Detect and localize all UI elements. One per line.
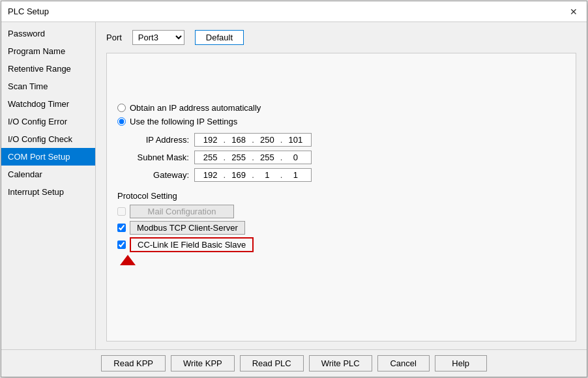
gateway-seg-2[interactable] — [227, 170, 250, 180]
ip-seg-3[interactable] — [256, 135, 279, 145]
protocol-items: Mail ConfigurationModbus TCP Client-Serv… — [117, 205, 565, 252]
port-select[interactable]: Port1Port2Port3Port4 — [132, 30, 184, 45]
content-panel: Obtain an IP address automatically Use t… — [106, 53, 576, 342]
sidebar-item-scan-time[interactable]: Scan Time — [1, 78, 95, 95]
main-content: Port Port1Port2Port3Port4 Default Obtain… — [96, 22, 587, 349]
ip-seg-4[interactable] — [284, 135, 307, 145]
protocol-row-cclink: CC-Link IE Field Basic Slave — [117, 237, 565, 252]
sidebar-item-io-config-error[interactable]: I/O Config Error — [1, 113, 95, 130]
gateway-row: Gateway: . . . — [130, 168, 565, 182]
help-button[interactable]: Help — [435, 355, 487, 371]
gateway-seg-4[interactable] — [284, 170, 307, 180]
dialog-body: PasswordProgram NameRetentive RangeScan … — [1, 22, 587, 349]
sidebar-item-watchdog-timer[interactable]: Watchdog Timer — [1, 95, 95, 113]
radio-manual-ip: Use the following IP Settings — [117, 117, 565, 126]
sidebar-item-com-port-setup[interactable]: COM Port Setup — [1, 148, 95, 166]
close-button[interactable]: ✕ — [567, 5, 580, 18]
sidebar-item-calendar[interactable]: Calendar — [1, 166, 95, 183]
protocol-section: Protocol Setting Mail ConfigurationModbu… — [117, 191, 565, 265]
footer: Read KPPWrite KPPRead PLCWrite PLCCancel… — [1, 349, 587, 377]
radio-auto-ip-input[interactable] — [117, 104, 126, 112]
read-plc-button[interactable]: Read PLC — [240, 355, 304, 371]
sidebar-item-io-config-check[interactable]: I/O Config Check — [1, 130, 95, 148]
ip-fields: IP Address: . . . — [130, 133, 565, 182]
dialog-title: PLC Setup — [8, 7, 49, 16]
subnet-box: . . . — [194, 151, 312, 164]
subnet-seg-2[interactable] — [227, 153, 250, 162]
radio-manual-ip-input[interactable] — [117, 117, 126, 126]
read-kpp-button[interactable]: Read KPP — [101, 355, 166, 371]
subnet-mask-row: Subnet Mask: . . . — [130, 151, 565, 164]
ip-seg-1[interactable] — [199, 135, 222, 145]
ip-section: Obtain an IP address automatically Use t… — [117, 103, 565, 182]
subnet-seg-3[interactable] — [256, 153, 279, 162]
ip-seg-2[interactable] — [227, 135, 250, 145]
protocol-row-mail-config: Mail Configuration — [117, 205, 565, 218]
ip-address-row: IP Address: . . . — [130, 133, 565, 147]
write-plc-button[interactable]: Write PLC — [309, 355, 372, 371]
protocol-btn-modbus-tcp[interactable]: Modbus TCP Client-Server — [130, 221, 245, 235]
subnet-seg-4[interactable] — [284, 153, 307, 162]
subnet-seg-1[interactable] — [199, 153, 222, 162]
gateway-seg-1[interactable] — [199, 170, 222, 180]
cancel-button[interactable]: Cancel — [377, 355, 430, 371]
gateway-label: Gateway: — [130, 170, 189, 180]
protocol-btn-cclink[interactable]: CC-Link IE Field Basic Slave — [130, 237, 254, 252]
plc-setup-dialog: PLC Setup ✕ PasswordProgram NameRetentiv… — [1, 1, 587, 377]
protocol-btn-mail-config: Mail Configuration — [130, 205, 234, 218]
sidebar-item-retentive-range[interactable]: Retentive Range — [1, 60, 95, 78]
port-label: Port — [106, 33, 122, 42]
default-button[interactable]: Default — [195, 30, 244, 45]
sidebar-item-program-name[interactable]: Program Name — [1, 42, 95, 60]
gateway-seg-3[interactable] — [256, 170, 279, 180]
sidebar: PasswordProgram NameRetentive RangeScan … — [1, 22, 96, 349]
arrow-up-icon — [120, 255, 136, 265]
title-bar: PLC Setup ✕ — [1, 1, 587, 22]
ip-address-label: IP Address: — [130, 135, 189, 145]
protocol-title: Protocol Setting — [117, 191, 565, 201]
checkbox-modbus-tcp[interactable] — [117, 224, 126, 232]
subnet-label: Subnet Mask: — [130, 153, 189, 162]
gateway-box: . . . — [194, 168, 312, 182]
port-row: Port Port1Port2Port3Port4 Default — [106, 30, 576, 45]
sidebar-item-password[interactable]: Password — [1, 25, 95, 42]
radio-manual-ip-label: Use the following IP Settings — [130, 117, 237, 126]
ip-address-box: . . . — [194, 133, 312, 147]
checkbox-cclink[interactable] — [117, 240, 126, 249]
checkbox-mail-config[interactable] — [117, 207, 126, 216]
radio-auto-ip-label: Obtain an IP address automatically — [130, 103, 261, 113]
protocol-row-modbus-tcp: Modbus TCP Client-Server — [117, 221, 565, 235]
sidebar-item-interrupt-setup[interactable]: Interrupt Setup — [1, 183, 95, 201]
write-kpp-button[interactable]: Write KPP — [171, 355, 235, 371]
radio-auto-ip: Obtain an IP address automatically — [117, 103, 565, 113]
